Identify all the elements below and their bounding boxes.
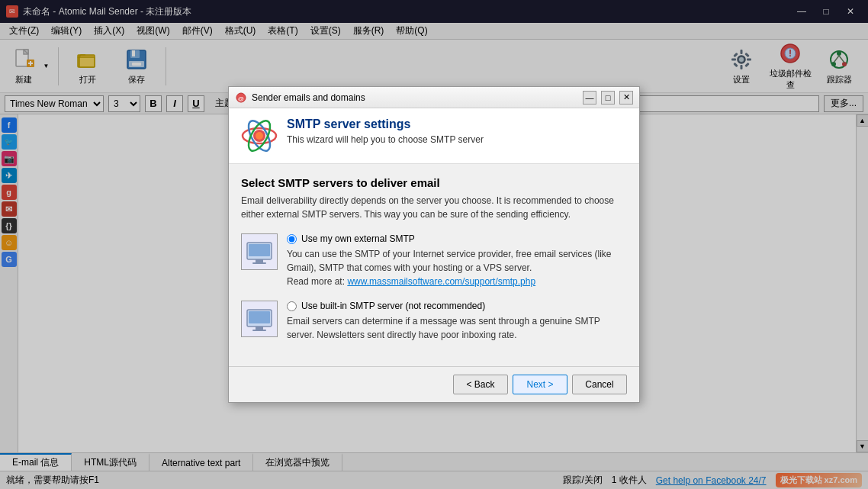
option1-label[interactable]: Use my own external SMTP	[301, 233, 415, 244]
option1-text: You can use the SMTP of your Internet se…	[287, 247, 612, 288]
option1-radio[interactable]	[287, 234, 297, 244]
next-button[interactable]: Next >	[513, 375, 567, 394]
dialog-description: Email deliverability directly depends on…	[241, 194, 627, 221]
option1-label-row: Use my own external SMTP	[287, 233, 612, 244]
option2-content: Use built-in SMTP server (not recommende…	[287, 301, 627, 342]
option2-label-row: Use built-in SMTP server (not recommende…	[287, 301, 627, 311]
dialog-close-button[interactable]: ✕	[619, 91, 633, 105]
dialog-maximize-button[interactable]: □	[601, 91, 615, 105]
option1-icon	[241, 233, 278, 270]
dialog-footer: < Back Next > Cancel	[229, 366, 639, 402]
dialog-minimize-button[interactable]: —	[583, 91, 596, 105]
svg-rect-45	[256, 327, 263, 330]
dialog-body: Select SMTP servers to deliver email Ema…	[229, 164, 639, 366]
option1-content: Use my own external SMTP You can use the…	[287, 233, 612, 288]
dialog-title-icon: @	[235, 92, 247, 104]
back-button[interactable]: < Back	[453, 375, 508, 394]
svg-rect-41	[256, 259, 263, 262]
dialog-main-title: SMTP server settings	[287, 117, 484, 131]
option-external-smtp-row: Use my own external SMTP You can use the…	[241, 233, 627, 288]
svg-rect-46	[252, 330, 266, 331]
svg-point-38	[256, 132, 263, 140]
svg-rect-40	[249, 244, 270, 256]
dialog-header-icon	[241, 117, 278, 154]
svg-rect-42	[252, 262, 266, 264]
dialog-subtitle: This wizard will help you to choose SMTP…	[287, 134, 484, 145]
option2-icon	[241, 301, 278, 337]
dialog-header: SMTP server settings This wizard will he…	[229, 108, 639, 164]
svg-text:@: @	[238, 95, 244, 101]
dialog-title-text: Sender emails and domains	[252, 92, 578, 103]
svg-rect-44	[249, 311, 270, 323]
option2-label[interactable]: Use built-in SMTP server (not recommende…	[301, 301, 485, 311]
smtp-dialog: @ Sender emails and domains — □ ✕	[228, 86, 640, 403]
option-builtin-smtp-row: Use built-in SMTP server (not recommende…	[241, 301, 627, 342]
smtp-help-link[interactable]: www.massmailsoftware.com/support/smtp.ph…	[347, 276, 535, 287]
option2-text: Email servers can determine if a message…	[287, 314, 627, 342]
dialog-title-bar: @ Sender emails and domains — □ ✕	[229, 87, 639, 108]
option2-radio[interactable]	[287, 301, 297, 311]
cancel-button[interactable]: Cancel	[572, 375, 627, 394]
dialog-overlay: @ Sender emails and domains — □ ✕	[0, 0, 868, 489]
dialog-section-title: Select SMTP servers to deliver email	[241, 176, 627, 189]
dialog-header-text: SMTP server settings This wizard will he…	[287, 117, 484, 145]
